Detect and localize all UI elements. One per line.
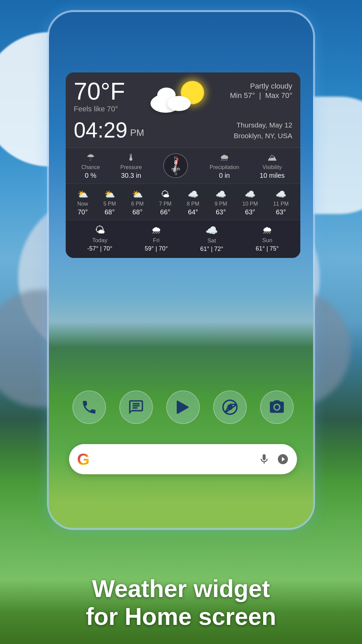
visibility-icon: ⛰ (267, 152, 277, 163)
min-temp: Min 57° (230, 91, 255, 100)
stat-wind: N S 8 mph (162, 152, 189, 179)
compass: N S 8 mph (162, 152, 189, 179)
hourly-temp-1: 68° (105, 208, 115, 216)
hourly-time-7: 11 PM (273, 201, 289, 207)
hourly-temp-3: 66° (160, 208, 170, 216)
temperature: 70°F (74, 79, 125, 103)
hourly-icon-4: ☁️ (188, 189, 198, 200)
visibility-value: 10 miles (260, 172, 285, 179)
precipitation-label: Precipitation (210, 164, 239, 170)
wind-speed: 8 mph (172, 160, 180, 171)
cloud-icon (147, 89, 201, 113)
rain-icon: 🌧 (220, 152, 229, 163)
hourly-time-5: 9 PM (215, 201, 227, 207)
hourly-item-2: ⛅ 6 PM 68° (131, 189, 143, 216)
phone-inner: 70°F Feels like 70° Partly cloudy Min 5 (49, 12, 313, 528)
daily-temps-fri: 59° | 70° (145, 245, 168, 252)
hourly-item-3: 🌤 7 PM 66° (159, 189, 171, 216)
daily-icon-today: 🌤 (95, 224, 105, 236)
promo-text: Weather widget for Home screen (0, 575, 362, 631)
mic-icon[interactable] (258, 453, 270, 465)
hourly-icon-6: ☁️ (245, 189, 255, 200)
date-location: Thursday, May 12 Brooklyn, NY, USA (234, 120, 292, 141)
weather-icon (147, 79, 207, 116)
hourly-item-7: ☁️ 11 PM 63° (273, 189, 289, 216)
location: Brooklyn, NY, USA (234, 130, 292, 141)
hourly-icon-1: ⛅ (104, 189, 115, 200)
daily-item-fri: 🌧 Fri 59° | 70° (145, 224, 168, 253)
hourly-forecast: ⛅ Now 70° ⛅ 5 PM 68° ⛅ 6 PM 68° 🌤 7 PM (66, 183, 300, 220)
google-search-bar[interactable]: G (69, 444, 297, 474)
google-logo: G (77, 450, 89, 469)
daily-temps-sat: 61° | 72° (200, 246, 223, 253)
search-icons (258, 453, 289, 465)
min-max-temp: Min 57° | Max 70° (230, 91, 292, 100)
lens-icon[interactable] (277, 453, 289, 465)
promo-line1: Weather widget (20, 575, 342, 603)
hourly-time-2: 6 PM (131, 201, 143, 207)
daily-temps-sun: 61° | 75° (256, 245, 279, 252)
umbrella-icon: ☂ (86, 152, 95, 163)
promo-line2: for Home screen (20, 603, 342, 631)
stat-chance: ☂ Chance 0 % (81, 152, 100, 179)
hourly-icon-7: ☁️ (276, 189, 286, 200)
time-ampm: PM (130, 127, 144, 138)
app-dock (66, 390, 300, 424)
stat-visibility: ⛰ Visibility 10 miles (260, 152, 285, 179)
hourly-time-4: 8 PM (187, 201, 199, 207)
dock-messages-app[interactable] (119, 390, 153, 424)
date: Thursday, May 12 (234, 120, 292, 130)
phone-frame: 70°F Feels like 70° Partly cloudy Min 5 (47, 10, 315, 530)
hourly-time-0: Now (77, 201, 88, 207)
chance-label: Chance (81, 164, 100, 170)
dock-playstore-app[interactable] (166, 390, 200, 424)
widget-top: 70°F Feels like 70° Partly cloudy Min 5 (66, 72, 300, 148)
weather-widget: 70°F Feels like 70° Partly cloudy Min 5 (66, 72, 300, 258)
hourly-temp-2: 68° (132, 208, 142, 216)
hourly-icon-3: 🌤 (161, 189, 170, 200)
stats-row: ☂ Chance 0 % 🌡 Pressure 30.3 in N S (66, 148, 300, 183)
hourly-item-0: ⛅ Now 70° (77, 189, 88, 216)
hourly-icon-2: ⛅ (132, 189, 143, 200)
hourly-temp-7: 63° (276, 208, 286, 216)
hourly-temp-0: 70° (78, 208, 88, 216)
hourly-item-5: ☁️ 9 PM 63° (215, 189, 227, 216)
weather-condition: Partly cloudy (230, 82, 292, 91)
daily-day-today: Today (92, 237, 107, 244)
hourly-item-4: ☁️ 8 PM 64° (187, 189, 199, 216)
hourly-time-1: 5 PM (103, 201, 116, 207)
max-temp: Max 70° (265, 91, 292, 100)
daily-item-sun: 🌧 Sun 61° | 75° (256, 224, 279, 253)
time-row: 04:29 PM Thursday, May 12 Brooklyn, NY, … (74, 119, 292, 142)
hourly-icon-5: ☁️ (216, 189, 226, 200)
daily-day-sun: Sun (262, 237, 272, 244)
stat-precipitation: 🌧 Precipitation 0 in (210, 152, 239, 179)
daily-icon-sun: 🌧 (262, 224, 272, 236)
daily-forecast: 🌤 Today -57° | 70° 🌧 Fri 59° | 70° ☁️ Sa… (66, 220, 300, 258)
pressure-label: Pressure (120, 164, 142, 170)
hourly-temp-6: 63° (245, 208, 255, 216)
hourly-time-3: 7 PM (159, 201, 171, 207)
hourly-icon-0: ⛅ (77, 189, 88, 200)
time-display: 04:29 (74, 119, 127, 141)
daily-item-sat: ☁️ Sat 61° | 72° (200, 224, 223, 253)
hourly-time-6: 10 PM (242, 201, 258, 207)
daily-icon-fri: 🌧 (151, 224, 161, 236)
compass-circle: N S 8 mph (163, 153, 188, 178)
daily-item-today: 🌤 Today -57° | 70° (87, 224, 112, 253)
thermometer-icon: 🌡 (126, 152, 136, 163)
daily-day-sat: Sat (207, 237, 216, 244)
hourly-item-6: ☁️ 10 PM 63° (242, 189, 258, 216)
pressure-value: 30.3 in (121, 172, 141, 179)
hourly-temp-5: 63° (216, 208, 226, 216)
visibility-label: Visibility (262, 164, 282, 170)
cloud-top (157, 88, 176, 103)
hourly-item-1: ⛅ 5 PM 68° (103, 189, 116, 216)
dock-chrome-app[interactable] (213, 390, 247, 424)
dock-phone-app[interactable] (72, 390, 106, 424)
daily-temps-today: -57° | 70° (87, 245, 112, 252)
temp-row: 70°F Feels like 70° Partly cloudy Min 5 (74, 79, 292, 116)
daily-day-fri: Fri (153, 237, 160, 244)
hourly-temp-4: 64° (188, 208, 198, 216)
dock-camera-app[interactable] (260, 390, 294, 424)
